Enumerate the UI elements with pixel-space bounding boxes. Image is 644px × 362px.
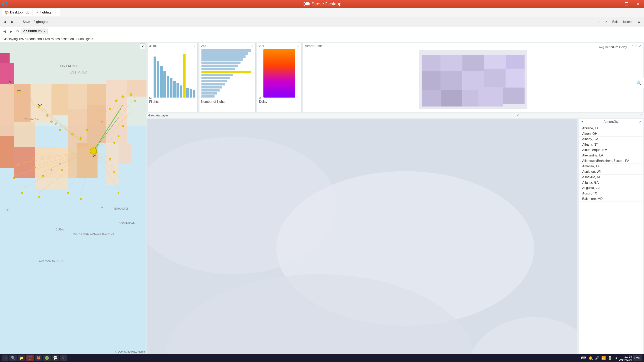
svg-line-27	[39, 105, 93, 151]
list-item[interactable]: Appleton, WI	[579, 169, 643, 175]
flights-bar-2	[157, 61, 160, 97]
svg-point-78	[134, 100, 136, 102]
svg-point-62	[9, 83, 10, 85]
toolbar-separator	[18, 19, 18, 24]
settings-tray-icon: ⚙	[614, 356, 618, 360]
fulltest-label[interactable]: fulltest	[622, 19, 634, 24]
svg-line-60	[94, 105, 123, 151]
map-expand-button[interactable]: ⤢	[140, 43, 145, 49]
svg-line-30	[64, 124, 94, 151]
list-item[interactable]: Akron, OH	[579, 131, 643, 137]
taskbar-app-chrome[interactable]: 🟢	[43, 355, 51, 362]
status-bar: Displaying 165 airports and 1139 routes …	[0, 36, 644, 42]
delay-expand-button[interactable]: ⤢	[296, 44, 300, 48]
grid-view-button[interactable]: ⊞	[595, 19, 601, 24]
svg-rect-0	[0, 42, 146, 354]
edit-button[interactable]: Edit	[610, 19, 620, 24]
flights-bar-12	[193, 90, 196, 97]
language-indicator[interactable]: SWE	[633, 355, 642, 362]
flights-bar-highlight	[183, 54, 186, 97]
forward-button[interactable]: ▶	[10, 19, 15, 24]
svg-marker-16	[56, 147, 77, 178]
taskbar-app-2[interactable]: 📁	[18, 355, 25, 362]
close-button[interactable]: ✕	[632, 0, 644, 8]
list-item[interactable]: Alexandria, LA	[579, 153, 643, 158]
nf-bar-highlight	[202, 71, 251, 73]
back-button[interactable]: ◀	[2, 19, 8, 24]
svg-marker-9	[87, 84, 106, 105]
tab-desktop-hub[interactable]: 🏠 Desktop hub	[2, 9, 32, 16]
flights-chart-panel: 38100 52 Flights ⤢	[147, 43, 198, 112]
svg-line-24	[10, 84, 94, 151]
search-icon: 🔍	[636, 80, 642, 86]
taskbar-app-qlik[interactable]: 🌐	[26, 355, 34, 362]
list-item[interactable]: Austin, TX	[579, 191, 643, 196]
taskbar-app-extra[interactable]: 🗓	[60, 355, 67, 362]
svg-line-32	[81, 132, 93, 151]
restore-button[interactable]: ❐	[621, 0, 632, 8]
airport-state-max: 102	[632, 44, 637, 48]
airport-city-list: Abilene, TX Akron, OH Albany, GA Albany,…	[579, 125, 643, 362]
save-button[interactable]: Save	[21, 19, 32, 24]
airport-city-panel: ✈ AirportCity ⤢ Abilene, TX Akron, OH Al…	[579, 119, 643, 362]
filter-back-button[interactable]: ◀	[2, 29, 7, 34]
filter-refresh-button[interactable]: ↻	[15, 29, 20, 34]
svg-point-82	[109, 158, 111, 160]
filter-forward-button[interactable]: ▶	[8, 29, 14, 34]
svg-line-33	[94, 109, 102, 151]
num-flights-chart-title: Number of flights	[201, 100, 226, 104]
svg-text:ONTARIO: ONTARIO	[60, 64, 77, 68]
carrier-filter-close[interactable]: ✕	[43, 30, 46, 33]
svg-line-47	[43, 151, 94, 172]
svg-point-83	[114, 171, 115, 173]
nf-bar-11	[202, 83, 225, 85]
tab-close-icon[interactable]: ✕	[55, 11, 57, 14]
status-text: Displaying 165 airports and 1139 routes …	[3, 37, 93, 41]
svg-marker-22	[118, 143, 131, 163]
svg-marker-112	[441, 55, 462, 71]
list-item[interactable]: Allentown/Bethlehem/Easton, PA	[579, 158, 643, 164]
list-item[interactable]: Albany, NY	[579, 142, 643, 147]
airport-city-expand-button[interactable]: ⤢	[638, 120, 641, 124]
tab-bar: 🏠 Desktop hub ✈ flightag... ✕	[0, 8, 644, 17]
list-item[interactable]: Asheville, NC	[579, 175, 643, 180]
list-item[interactable]: Abilene, TX	[579, 126, 643, 131]
geodata-expand-right[interactable]: ⤢	[640, 113, 642, 117]
nf-bar-8	[202, 74, 233, 76]
fullscreen-button[interactable]: ⤢	[603, 19, 608, 24]
list-item[interactable]: Augusta, GA	[579, 185, 643, 191]
svg-point-73	[101, 121, 102, 122]
svg-point-90	[13, 177, 14, 179]
num-flights-expand-button[interactable]: ⤢	[250, 44, 254, 48]
taskbar-app-skype[interactable]: 💬	[52, 355, 59, 362]
svg-point-94	[80, 198, 82, 200]
start-button[interactable]: ⊞	[2, 355, 8, 362]
settings-icon[interactable]: ⚙	[636, 19, 642, 24]
svg-point-95	[118, 192, 119, 194]
minimize-button[interactable]: −	[609, 0, 621, 8]
svg-point-86	[42, 175, 44, 177]
nf-bar-5	[202, 61, 240, 64]
svg-marker-123	[462, 90, 478, 107]
svg-marker-8	[68, 84, 87, 109]
svg-marker-12	[68, 109, 87, 147]
nf-bar-7	[202, 67, 235, 70]
list-item[interactable]: Albuquerque, NM	[579, 147, 643, 153]
svg-line-40	[94, 126, 118, 151]
search-button[interactable]: 🔍	[634, 78, 644, 88]
taskbar-app-browser[interactable]: 🦊	[34, 355, 42, 362]
airport-state-expand-button[interactable]: ⤢	[639, 44, 642, 48]
list-item[interactable]: Amarillo, TX	[579, 164, 643, 169]
geodata-expand-left[interactable]: ⤢	[516, 113, 519, 117]
list-item[interactable]: Albany, GA	[579, 137, 643, 142]
list-item[interactable]: Atlanta, GA	[579, 180, 643, 185]
svg-point-70	[72, 133, 74, 135]
taskbar-app-1[interactable]: 🔍	[9, 355, 17, 362]
list-item[interactable]: Baltimore, MD	[579, 196, 643, 202]
carrier-filter-chip[interactable]: CARRIER EV ✕	[22, 28, 48, 34]
nf-bar-2	[202, 52, 248, 55]
svg-point-67	[61, 169, 63, 171]
flights-expand-button[interactable]: ⤢	[192, 44, 196, 48]
carrier-filter-label: CARRIER	[23, 29, 37, 33]
tab-flightag[interactable]: ✈ flightag... ✕	[32, 9, 60, 16]
